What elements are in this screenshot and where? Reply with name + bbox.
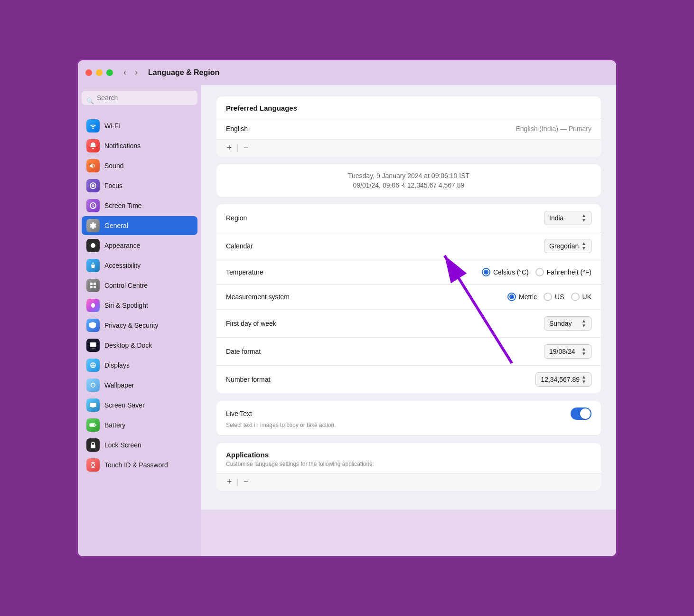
- sidebar-item-siri[interactable]: Siri & Spotlight: [82, 296, 197, 315]
- svg-point-6: [91, 303, 95, 308]
- svg-point-16: [92, 464, 94, 466]
- preview-card: Tuesday, 9 January 2024 at 09:06:10 IST …: [216, 164, 601, 197]
- celsius-radio[interactable]: [482, 268, 490, 276]
- sidebar-label-accessibility: Accessibility: [104, 262, 141, 269]
- sidebar-label-controlcentre: Control Centre: [104, 282, 148, 289]
- dateformat-value: 19/08/24: [549, 348, 575, 355]
- temperature-radio-group: Celsius (°C) Fahrenheit (°F): [482, 268, 591, 276]
- svg-rect-4: [90, 286, 93, 288]
- live-text-card: Live Text Select text in images to copy …: [216, 401, 601, 436]
- search-wrapper: 🔍: [82, 91, 197, 111]
- live-text-label: Live Text: [226, 410, 321, 417]
- sidebar-label-battery: Battery: [104, 421, 125, 429]
- titlebar: ‹ › Language & Region: [78, 60, 616, 85]
- temperature-label: Temperature: [226, 268, 321, 276]
- firstday-row: First day of week Sunday ▲ ▼: [216, 310, 601, 338]
- sidebar-item-privacy[interactable]: Privacy & Security: [82, 316, 197, 335]
- sidebar-item-wallpaper[interactable]: Wallpaper: [82, 376, 197, 395]
- sidebar-label-appearance: Appearance: [104, 242, 141, 249]
- sidebar-label-wallpaper: Wallpaper: [104, 381, 134, 389]
- sidebar-item-accessibility[interactable]: Accessibility: [82, 256, 197, 275]
- add-language-button[interactable]: +: [222, 142, 236, 154]
- add-application-button[interactable]: +: [222, 476, 236, 488]
- separator: [237, 144, 238, 152]
- firstday-stepper[interactable]: Sunday ▲ ▼: [544, 316, 591, 331]
- firstday-label: First day of week: [226, 320, 321, 327]
- us-label: US: [555, 293, 564, 301]
- sidebar-item-touchid[interactable]: Touch ID & Password: [82, 455, 197, 474]
- sidebar-item-controlcentre[interactable]: Control Centre: [82, 276, 197, 295]
- fahrenheit-label: Fahrenheit (°F): [547, 268, 591, 276]
- sidebar-label-lockscreen: Lock Screen: [104, 441, 141, 449]
- sidebar-item-notifications[interactable]: Notifications: [82, 136, 197, 155]
- region-stepper[interactable]: India ▲ ▼: [544, 211, 591, 225]
- dateformat-row: Date format 19/08/24 ▲ ▼: [216, 338, 601, 366]
- svg-rect-14: [90, 424, 94, 426]
- desktop-icon: [86, 339, 100, 352]
- sidebar-item-general[interactable]: General: [82, 216, 197, 235]
- numberformat-label: Number format: [226, 376, 321, 383]
- numberformat-row: Number format 12,34,567.89 ▲ ▼: [216, 366, 601, 393]
- forward-button[interactable]: ›: [132, 66, 141, 78]
- sidebar-item-wifi[interactable]: Wi-Fi: [82, 116, 197, 135]
- close-button[interactable]: [85, 69, 92, 76]
- remove-language-button[interactable]: −: [239, 142, 253, 154]
- sidebar-label-screentime: Screen Time: [104, 202, 142, 209]
- svg-point-1: [93, 262, 94, 264]
- sidebar-item-appearance[interactable]: Appearance: [82, 236, 197, 255]
- svg-rect-7: [90, 342, 96, 347]
- search-input[interactable]: [82, 91, 197, 105]
- live-text-inner: Live Text: [226, 408, 591, 420]
- minimize-button[interactable]: [96, 69, 103, 76]
- main-window: ‹ › Language & Region 🔍 Wi-Fi: [76, 59, 618, 558]
- preview-date: Tuesday, 9 January 2024 at 09:06:10 IST: [226, 172, 591, 180]
- measurement-row: Measurement system Metric US: [216, 285, 601, 310]
- appearance-icon: [86, 239, 100, 252]
- sidebar-item-displays[interactable]: Displays: [82, 356, 197, 375]
- applications-add-row: + −: [216, 473, 601, 491]
- calendar-arrows: ▲ ▼: [581, 241, 586, 251]
- displays-icon: [86, 359, 100, 372]
- back-button[interactable]: ‹: [121, 66, 129, 78]
- metric-option[interactable]: Metric: [507, 293, 537, 301]
- sidebar-item-battery[interactable]: Battery: [82, 416, 197, 435]
- sidebar-item-screensaver[interactable]: Screen Saver: [82, 396, 197, 415]
- focus-icon: [86, 179, 100, 192]
- uk-option[interactable]: UK: [571, 293, 591, 301]
- uk-radio[interactable]: [571, 293, 580, 301]
- svg-point-0: [91, 243, 95, 248]
- settings-card: Region India ▲ ▼ Calendar: [216, 204, 601, 393]
- sidebar-item-screentime[interactable]: Screen Time: [82, 196, 197, 215]
- us-option[interactable]: US: [544, 293, 564, 301]
- main-content: Preferred Languages English English (Ind…: [201, 85, 616, 510]
- live-text-desc: Select text in images to copy or take ac…: [226, 422, 336, 428]
- preview-numbers: 09/01/24, 09:06 ₹ 12,345.67 4,567.89: [226, 181, 591, 189]
- sidebar-item-sound[interactable]: Sound: [82, 156, 197, 175]
- main-wrapper: Preferred Languages English English (Ind…: [201, 85, 616, 556]
- language-detail: English (India) — Primary: [516, 125, 592, 133]
- window-title: Language & Region: [148, 68, 219, 77]
- celsius-option[interactable]: Celsius (°C): [482, 268, 529, 276]
- fahrenheit-radio[interactable]: [535, 268, 544, 276]
- us-radio[interactable]: [544, 293, 552, 301]
- dateformat-stepper[interactable]: 19/08/24 ▲ ▼: [544, 344, 591, 359]
- calendar-stepper[interactable]: Gregorian ▲ ▼: [544, 239, 591, 253]
- maximize-button[interactable]: [106, 69, 113, 76]
- fahrenheit-option[interactable]: Fahrenheit (°F): [535, 268, 591, 276]
- numberformat-stepper[interactable]: 12,34,567.89 ▲ ▼: [535, 372, 591, 387]
- metric-radio[interactable]: [507, 293, 516, 301]
- live-text-toggle[interactable]: [571, 408, 591, 420]
- touchid-icon: [86, 458, 100, 472]
- region-value: India: [549, 214, 563, 222]
- content-area: 🔍 Wi-Fi Notifications: [78, 85, 616, 556]
- calendar-value: Gregorian: [549, 242, 579, 250]
- general-icon: [86, 219, 100, 232]
- sidebar-item-focus[interactable]: Focus: [82, 176, 197, 195]
- sidebar-item-desktop[interactable]: Desktop & Dock: [82, 336, 197, 355]
- sidebar-item-lockscreen[interactable]: Lock Screen: [82, 436, 197, 455]
- controlcentre-icon: [86, 279, 100, 292]
- firstday-value: Sunday: [549, 320, 572, 327]
- nav-buttons: ‹ ›: [121, 66, 141, 78]
- uk-label: UK: [582, 293, 591, 301]
- remove-application-button[interactable]: −: [239, 476, 253, 488]
